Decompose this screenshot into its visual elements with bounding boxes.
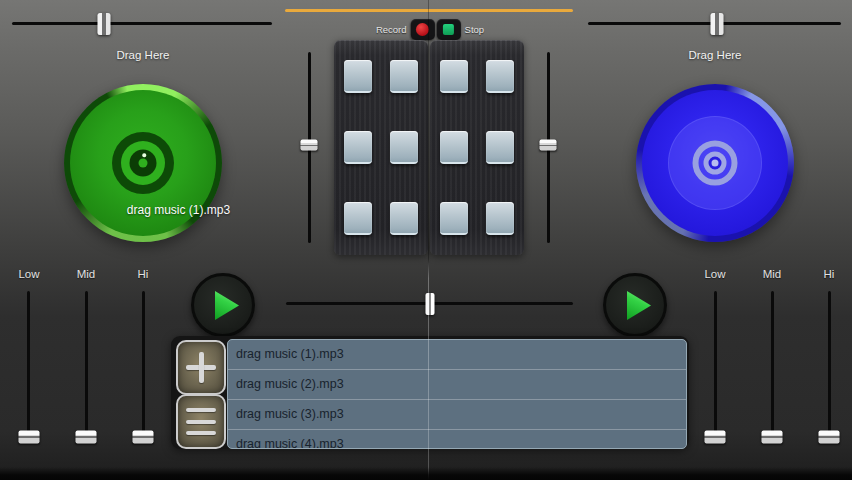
playlist-menu-button[interactable] (176, 394, 226, 449)
eq-mid-slider-right-handle[interactable] (762, 430, 783, 443)
eq-hi-slider-right-handle[interactable] (819, 430, 840, 443)
eq-mid-slider-left[interactable] (85, 291, 88, 443)
sample-pad[interactable] (344, 202, 372, 235)
eq-low-slider-right-handle[interactable] (705, 430, 726, 443)
eq-low-slider-right[interactable] (714, 291, 717, 443)
sample-pad[interactable] (486, 131, 514, 164)
sample-pad[interactable] (390, 131, 418, 164)
turntable-right[interactable] (636, 84, 794, 242)
center-divider (428, 0, 429, 480)
track-list-item[interactable]: drag music (1).mp3 (228, 340, 686, 369)
pitch-slider-right[interactable] (547, 52, 550, 243)
eq-low-label-left: Low (7, 268, 51, 280)
turntable-left[interactable] (64, 84, 222, 242)
eq-low-label-right: Low (693, 268, 737, 280)
deck-right-drop-hint: Drag Here (655, 49, 775, 61)
plus-icon (178, 342, 224, 393)
track-list: drag music (1).mp3 drag music (2).mp3 dr… (227, 339, 687, 449)
playlist-panel: drag music (1).mp3 drag music (2).mp3 dr… (171, 336, 689, 449)
play-button-left[interactable] (191, 273, 255, 337)
eq-mid-label-right: Mid (750, 268, 794, 280)
track-list-item[interactable]: drag music (3).mp3 (228, 399, 686, 429)
deck-right-top-slider[interactable] (588, 22, 841, 25)
turntable-right-hub-dot (709, 157, 722, 170)
eq-hi-label-left: Hi (121, 268, 165, 280)
transport-controls: Record Stop (374, 19, 486, 40)
sample-pad[interactable] (344, 131, 372, 164)
sampler-grid-right (430, 40, 524, 235)
eq-hi-slider-left[interactable] (142, 291, 145, 443)
record-label: Record (374, 24, 409, 35)
stop-button[interactable] (437, 19, 461, 40)
turntable-left-hub-dot (139, 159, 148, 168)
eq-low-slider-left-handle[interactable] (18, 430, 39, 443)
deck-right-top-slider-handle[interactable] (710, 13, 723, 35)
eq-low-slider-left[interactable] (27, 291, 30, 443)
track-progress-bar (285, 9, 573, 12)
record-button[interactable] (411, 19, 435, 40)
crossfader[interactable] (286, 302, 573, 305)
play-icon (214, 291, 239, 320)
deck-left-track-name: drag music (1).mp3 (106, 203, 251, 217)
bottom-shadow (0, 467, 852, 480)
sample-pad[interactable] (486, 202, 514, 235)
crossfader-handle[interactable] (426, 293, 435, 315)
sample-pad[interactable] (486, 60, 514, 93)
eq-mid-label-left: Mid (64, 268, 108, 280)
sample-pad[interactable] (344, 60, 372, 93)
pitch-slider-right-handle[interactable] (540, 140, 557, 151)
eq-mid-slider-right[interactable] (771, 291, 774, 443)
track-list-item[interactable]: drag music (2).mp3 (228, 369, 686, 399)
eq-hi-slider-left-handle[interactable] (133, 430, 154, 443)
eq-hi-label-right: Hi (807, 268, 851, 280)
sampler-panel-right (430, 40, 524, 255)
sample-pad[interactable] (440, 131, 468, 164)
track-list-item[interactable]: drag music (4).mp3 (228, 429, 686, 449)
deck-left-top-slider-handle[interactable] (98, 13, 111, 35)
sampler-panel-left (334, 40, 428, 255)
deck-left-top-slider[interactable] (12, 22, 272, 25)
sampler-grid-left (334, 40, 428, 235)
eq-mid-slider-left-handle[interactable] (76, 430, 97, 443)
sample-pad[interactable] (440, 60, 468, 93)
sample-pad[interactable] (390, 202, 418, 235)
play-button-right[interactable] (603, 273, 667, 337)
sample-pad[interactable] (440, 202, 468, 235)
stop-icon (443, 24, 454, 35)
pitch-slider-left-handle[interactable] (301, 140, 318, 151)
stop-label: Stop (463, 24, 487, 35)
dj-mixer-app: Record Stop Drag Here Drag Here drag mus… (0, 0, 852, 480)
menu-icon (186, 408, 216, 435)
add-track-button[interactable] (176, 340, 226, 395)
eq-hi-slider-right[interactable] (828, 291, 831, 443)
turntable-left-position-marker (142, 153, 146, 157)
deck-left-drop-hint: Drag Here (83, 49, 203, 61)
pitch-slider-left[interactable] (308, 52, 311, 243)
play-icon (626, 291, 651, 320)
sample-pad[interactable] (390, 60, 418, 93)
